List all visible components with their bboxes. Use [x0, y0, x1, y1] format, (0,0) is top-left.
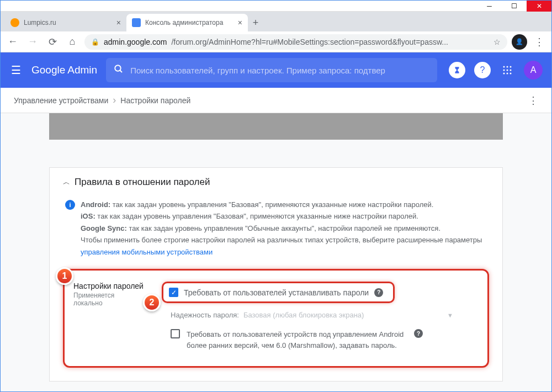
breadcrumb-link-devices[interactable]: Управление устройствами	[14, 96, 108, 105]
password-rules-section: ︿ Правила в отношении паролей i Android:…	[49, 167, 503, 382]
svg-point-6	[507, 70, 508, 71]
svg-point-5	[503, 70, 505, 71]
help-icon[interactable]: ?	[414, 329, 423, 338]
settings-section-sublabel: Применяется локально	[73, 292, 145, 307]
breadcrumb-current: Настройки паролей	[120, 96, 190, 105]
svg-point-3	[507, 66, 508, 68]
android-legacy-row: Требовать от пользователей устройств под…	[167, 329, 481, 351]
info-notice: i Android: так как задан уровень управле…	[63, 194, 489, 258]
more-options-button[interactable]: ⋮	[528, 94, 538, 107]
search-icon	[114, 64, 124, 76]
browser-tab-lumpics[interactable]: Lumpics.ru ×	[5, 14, 126, 31]
svg-point-10	[510, 73, 512, 75]
window-titlebar: ─ ☐ ✕	[1, 1, 551, 12]
new-tab-button[interactable]: +	[248, 14, 263, 31]
tab-close-icon[interactable]: ×	[238, 18, 242, 27]
chevron-up-icon: ︿	[63, 177, 70, 187]
callout-highlight-box: 1 2 Настройки паролей Применяется локаль…	[63, 269, 489, 368]
nav-forward-button[interactable]: →	[25, 34, 40, 50]
browser-toolbar: ← → ⟳ ⌂ 🔒 admin.google.com/forum.org/Adm…	[1, 31, 551, 52]
svg-point-7	[510, 70, 512, 71]
mobile-management-link[interactable]: управления мобильными устройствами	[81, 248, 213, 256]
section-header-toggle[interactable]: ︿ Правила в отношении паролей	[63, 177, 489, 194]
browser-tabstrip: Lumpics.ru × Консоль администратора × +	[1, 12, 551, 31]
account-avatar[interactable]: A	[524, 61, 543, 80]
window-minimize-button[interactable]: ─	[477, 1, 502, 12]
svg-point-2	[503, 66, 505, 68]
help-icon[interactable]: ?	[374, 288, 383, 297]
strength-dropdown[interactable]: Базовая (любая блокировка экрана)	[243, 311, 364, 319]
dropdown-arrow-icon: ▼	[447, 312, 453, 319]
favicon-icon	[132, 18, 141, 27]
url-domain: admin.google.com	[104, 38, 167, 46]
settings-section-label: Настройки паролей	[73, 282, 145, 290]
annotation-marker-2: 2	[143, 294, 161, 311]
url-path: /forum.org/AdminHome?hl=ru#MobileSetting…	[171, 38, 448, 46]
profile-avatar-button[interactable]: 👤	[512, 34, 527, 50]
info-icon: i	[65, 200, 75, 210]
hamburger-menu-icon[interactable]: ☰	[9, 63, 23, 77]
require-password-checkbox[interactable]: ✓	[169, 288, 178, 297]
browser-menu-button[interactable]: ⋮	[532, 34, 547, 50]
chevron-right-icon: ›	[113, 94, 116, 106]
breadcrumb: Управление устройствами › Настройки паро…	[1, 88, 551, 113]
window-maximize-button[interactable]: ☐	[502, 1, 527, 12]
nav-back-button[interactable]: ←	[5, 34, 20, 50]
header-hourglass-button[interactable]	[449, 62, 465, 78]
browser-tab-admin[interactable]: Консоль администратора ×	[126, 14, 248, 31]
admin-header: ☰ Google Admin Поиск пользователей, груп…	[1, 52, 551, 88]
android-legacy-checkbox[interactable]	[171, 329, 180, 338]
svg-point-0	[115, 65, 121, 71]
svg-point-9	[507, 73, 508, 75]
android-legacy-label: Требовать от пользователей устройств под…	[187, 329, 407, 351]
window-close-button[interactable]: ✕	[527, 1, 551, 12]
password-strength-row: Надежность пароля: Базовая (любая блокир…	[171, 311, 481, 319]
svg-line-1	[120, 70, 122, 72]
favicon-icon	[10, 18, 19, 27]
nav-home-button[interactable]: ⌂	[65, 34, 80, 50]
nav-reload-button[interactable]: ⟳	[45, 34, 60, 50]
tab-title: Консоль администратора	[145, 19, 223, 27]
section-title: Правила в отношении паролей	[75, 177, 210, 188]
annotation-marker-1: 1	[56, 267, 73, 285]
svg-point-8	[503, 73, 505, 75]
tab-title: Lumpics.ru	[24, 19, 56, 27]
apps-grid-icon[interactable]	[500, 62, 515, 78]
require-password-label: Требовать от пользователей устанавливать…	[184, 288, 369, 297]
require-password-row: ✓ Требовать от пользователей устанавлива…	[162, 282, 395, 303]
admin-logo[interactable]: Google Admin	[31, 64, 97, 76]
strength-label: Надежность пароля:	[171, 311, 239, 319]
search-placeholder: Поиск пользователей, групп и настроек. П…	[130, 66, 385, 75]
lock-icon: 🔒	[91, 38, 99, 46]
bookmark-star-icon[interactable]: ☆	[493, 38, 501, 46]
header-help-button[interactable]: ?	[474, 62, 491, 78]
tab-close-icon[interactable]: ×	[116, 18, 121, 27]
admin-search-input[interactable]: Поиск пользователей, групп и настроек. П…	[106, 58, 437, 82]
placeholder-block	[49, 113, 503, 140]
svg-point-4	[510, 66, 512, 68]
address-bar[interactable]: 🔒 admin.google.com/forum.org/AdminHome?h…	[84, 34, 507, 50]
